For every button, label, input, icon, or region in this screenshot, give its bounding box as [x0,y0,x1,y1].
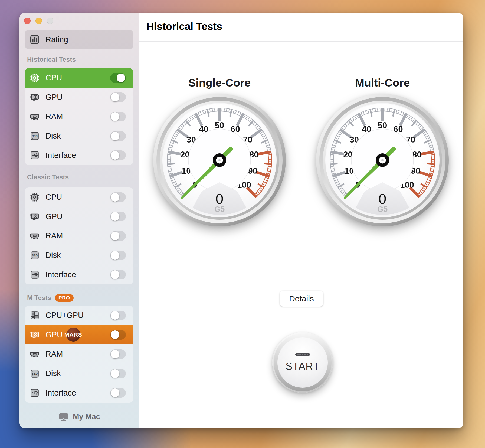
gauge-title-multi-core: Multi-Core [315,77,450,89]
start-button[interactable]: START [272,332,333,393]
toggle-knob [111,151,119,160]
toggle-knob [111,350,119,358]
toggle-disk[interactable] [110,369,126,378]
sidebar-item-rating[interactable]: Rating [25,30,133,49]
mars-badge: MARS [64,325,82,345]
toggle-ram[interactable] [110,349,126,359]
start-led-indicator [295,353,310,356]
section-header: M TestsPRO [27,294,74,302]
cpu-icon [29,73,40,83]
toggle-ram[interactable] [110,112,126,121]
cpu-icon [29,192,40,203]
toggle-cpu[interactable] [110,73,126,83]
sidebar-item-label: GPU [45,330,63,339]
toggle-disk[interactable] [110,131,126,141]
traffic-lights [24,18,53,24]
sidebar: Rating Historical TestsCPUGPURAMSSDDiskI… [19,13,139,428]
row-divider [103,74,103,82]
toggle-knob [111,270,119,279]
header-separator [139,41,463,42]
pro-badge: PRO [55,294,74,302]
toggle-knob [111,212,119,221]
sidebar-item-disk[interactable]: SSDDisk [25,246,133,265]
toggle-gpu[interactable] [110,212,126,221]
toggle-gpu[interactable] [110,92,126,102]
toggle-knob [111,193,119,202]
gauge-unit: G5 [377,205,388,213]
sidebar-group: CPUGPURAMSSDDiskInterface [25,68,133,165]
gauge-unit: G5 [214,205,225,213]
usb-icon [29,150,40,161]
section-title: M Tests [27,294,51,302]
toggle-gpu[interactable] [110,330,126,340]
row-divider [103,113,103,121]
toggle-interface[interactable] [110,388,126,398]
toggle-interface[interactable] [110,150,126,160]
row-divider [103,212,103,220]
row-divider [103,132,103,140]
sidebar-item-interface[interactable]: Interface [25,146,133,165]
sidebar-group: CPUGPURAMSSDDiskInterface [25,187,133,284]
toggle-knob [111,112,119,121]
gauge-title-single-core: Single-Core [152,77,287,89]
sidebar-item-label: CPU [45,193,62,202]
svg-text:50: 50 [378,121,387,130]
sidebar-item-interface[interactable]: Interface [25,265,133,284]
sidebar-item-cpu-gpu[interactable]: CPU+GPU [25,306,133,325]
multi-core-gauge: 01020304050607080901000G5 [315,93,450,228]
toggle-disk[interactable] [110,251,126,260]
zoom-button[interactable] [47,18,53,24]
usb-icon [29,387,40,398]
usb-icon [29,269,40,280]
ram-icon [29,230,40,241]
page-title: Historical Tests [146,21,222,32]
toggle-knob [111,93,119,101]
sidebar-item-gpu[interactable]: GPUMARS [25,325,133,345]
toggle-knob [117,74,125,82]
section-header: Historical Tests [27,55,76,64]
svg-text:SSD: SSD [32,372,38,375]
sidebar-item-gpu[interactable]: GPU [25,88,133,107]
sidebar-item-disk[interactable]: SSDDisk [25,126,133,146]
mars-badge-label: MARS [64,331,82,338]
minimize-button[interactable] [35,18,42,24]
toggle-knob [111,232,119,240]
toggle-cpu-gpu[interactable] [110,311,126,320]
toggle-knob [111,330,119,339]
details-button[interactable]: Details [280,291,323,307]
row-divider [103,151,103,159]
row-divider [103,251,103,259]
toggle-knob [111,311,119,320]
close-button[interactable] [24,18,31,24]
my-mac-label: My Mac [73,412,100,421]
row-divider [103,311,103,319]
sidebar-item-ram[interactable]: RAM [25,344,133,364]
toggle-interface[interactable] [110,270,126,279]
sidebar-footer-my-mac[interactable]: My Mac [19,411,139,422]
ssd-icon: SSD [29,250,40,261]
sidebar-item-ram[interactable]: RAM [25,226,133,246]
sidebar-item-interface[interactable]: Interface [25,383,133,403]
gpu-icon [29,211,40,222]
toggle-ram[interactable] [110,231,126,241]
sidebar-item-label: Disk [45,251,61,260]
svg-text:SSD: SSD [32,254,38,257]
sidebar-item-label: Interface [45,151,76,160]
row-divider [103,232,103,240]
sidebar-item-label: RAM [45,112,63,121]
gauge-value: 0 [216,191,224,207]
main-panel: Historical Tests Single-Core Multi-Core … [139,13,463,428]
sidebar-item-cpu[interactable]: CPU [25,68,133,88]
sidebar-item-disk[interactable]: SSDDisk [25,364,133,383]
sidebar-item-gpu[interactable]: GPU [25,207,133,226]
sidebar-item-cpu[interactable]: CPU [25,187,133,207]
gpu-icon [29,92,40,103]
toggle-cpu[interactable] [110,192,126,202]
start-button-ring: START [274,334,332,391]
sidebar-item-label: GPU [45,93,63,102]
cpugpu-icon [29,310,40,321]
row-divider [103,389,103,397]
sidebar-item-ram[interactable]: RAM [25,107,133,126]
toggle-knob [111,132,119,140]
row-divider [103,93,103,101]
